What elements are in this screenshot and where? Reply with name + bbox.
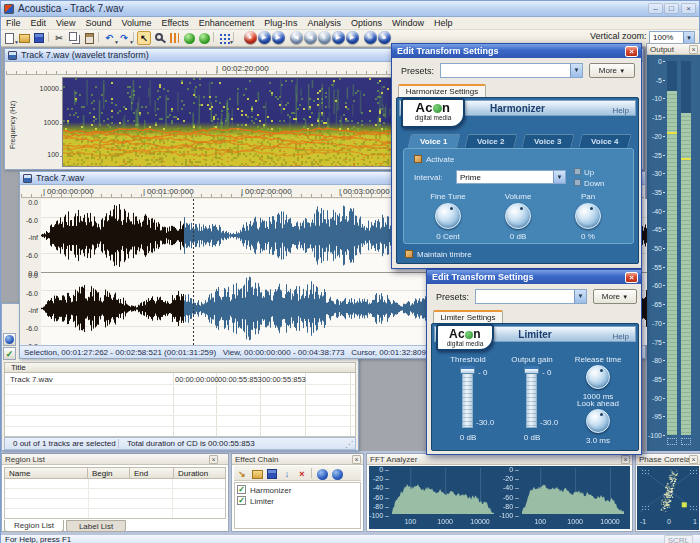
go-start-button[interactable]: ◀ bbox=[290, 31, 303, 44]
help-link[interactable]: Help bbox=[613, 329, 629, 345]
app-titlebar[interactable]: Acoustica - Track 7.wav – □ × bbox=[1, 1, 699, 17]
chevron-down-icon[interactable]: ▼ bbox=[574, 290, 586, 303]
track-title-cell[interactable]: Track 7.wav bbox=[10, 376, 53, 384]
output-gain-slider[interactable] bbox=[526, 368, 537, 428]
close-icon[interactable]: × bbox=[625, 272, 638, 283]
grid-view-icon[interactable]: ▼ bbox=[217, 31, 231, 45]
close-icon[interactable]: × bbox=[352, 455, 361, 464]
move-down-icon[interactable]: ↓ bbox=[280, 467, 294, 481]
go-end-button[interactable]: ▶ bbox=[346, 31, 359, 44]
maximize-button[interactable]: □ bbox=[664, 3, 679, 14]
apply-check-button[interactable]: ✓ bbox=[3, 347, 16, 360]
region-column-end[interactable]: End bbox=[130, 467, 174, 479]
copy-icon[interactable] bbox=[67, 31, 81, 45]
effect-chain-list[interactable]: ✓Harmonizer✓Limiter bbox=[234, 482, 361, 529]
region-column-name[interactable]: Name bbox=[4, 467, 88, 479]
tab-voice-4[interactable]: Voice 4 bbox=[578, 134, 631, 148]
fine-tune-knob[interactable] bbox=[435, 203, 461, 229]
open-file-icon[interactable] bbox=[17, 31, 31, 45]
maintain-timbre-checkbox[interactable] bbox=[405, 250, 413, 258]
menu-item-plugins[interactable]: Plug-Ins bbox=[259, 17, 302, 30]
loop-button[interactable]: ∞ bbox=[364, 31, 377, 44]
delete-icon[interactable]: × bbox=[295, 467, 309, 481]
menu-item-volume[interactable]: Volume bbox=[116, 17, 156, 30]
effect-chain-title[interactable]: Effect Chain bbox=[232, 454, 363, 465]
track-time-cell[interactable]: 00:00:55:853 bbox=[218, 376, 260, 384]
presets-combo[interactable]: ▼ bbox=[475, 289, 587, 304]
close-icon[interactable]: × bbox=[625, 46, 638, 57]
play-all-button[interactable]: ▶ bbox=[272, 31, 285, 44]
close-icon[interactable]: × bbox=[621, 455, 630, 464]
close-icon[interactable]: × bbox=[209, 455, 218, 464]
presets-combo[interactable]: ▼ bbox=[440, 63, 583, 78]
burn-cd-button[interactable] bbox=[3, 333, 16, 346]
record-button[interactable]: ● bbox=[244, 31, 257, 44]
new-file-icon[interactable]: ▼ bbox=[2, 31, 16, 45]
rewind-button[interactable]: ◀ bbox=[304, 31, 317, 44]
release-time-knob[interactable] bbox=[586, 365, 610, 389]
paste-icon[interactable] bbox=[82, 31, 96, 45]
menu-item-window[interactable]: Window bbox=[387, 17, 429, 30]
close-icon[interactable]: × bbox=[689, 45, 698, 54]
more-button[interactable]: More ▼ bbox=[593, 289, 637, 304]
play-button[interactable]: ▶ bbox=[258, 31, 271, 44]
tab-voice-1[interactable]: Voice 1 bbox=[407, 134, 460, 148]
redo-icon[interactable]: ↷▼ bbox=[117, 31, 131, 45]
effect-checkbox[interactable]: ✓ bbox=[237, 485, 246, 494]
tab-voice-2[interactable]: Voice 2 bbox=[464, 134, 517, 148]
region-column-begin[interactable]: Begin bbox=[88, 467, 130, 479]
close-icon[interactable]: × bbox=[689, 455, 698, 464]
look-ahead-knob[interactable] bbox=[586, 409, 610, 433]
track-time-cell[interactable]: 00:00:55:853 bbox=[262, 376, 305, 384]
stop-button[interactable]: ■ bbox=[378, 31, 391, 44]
harmonizer-dialog-titlebar[interactable]: Edit Transform Settings bbox=[392, 44, 641, 58]
bypass-icon[interactable] bbox=[330, 467, 344, 481]
fft-analyzer-title[interactable]: FFT Analyzer bbox=[367, 454, 632, 465]
limiter-dialog-titlebar[interactable]: Edit Transform Settings bbox=[427, 270, 641, 284]
scrub-tool-icon[interactable] bbox=[167, 31, 181, 45]
activate-checkbox[interactable] bbox=[414, 155, 422, 163]
menu-item-enhancement[interactable]: Enhancement bbox=[194, 17, 260, 30]
tab-region-list[interactable]: Region List bbox=[4, 520, 64, 532]
select-icon[interactable]: ↘ bbox=[235, 467, 249, 481]
clip-indicator[interactable] bbox=[681, 438, 691, 445]
output-gain-slider-handle[interactable] bbox=[524, 366, 539, 374]
help-link[interactable]: Help bbox=[613, 103, 629, 119]
down-checkbox[interactable] bbox=[574, 179, 581, 186]
chevron-down-icon[interactable]: ▼ bbox=[553, 171, 565, 183]
tab-label-list[interactable]: Label List bbox=[66, 520, 126, 532]
cut-icon[interactable]: ✂ bbox=[52, 31, 66, 45]
volume-knob[interactable] bbox=[505, 203, 531, 229]
save-icon[interactable] bbox=[265, 467, 279, 481]
zoom-selection-icon[interactable] bbox=[182, 31, 196, 45]
region-column-duration[interactable]: Duration bbox=[174, 467, 226, 479]
zoom-full-icon[interactable] bbox=[197, 31, 211, 45]
open-icon[interactable] bbox=[250, 467, 264, 481]
menu-item-edit[interactable]: Edit bbox=[26, 17, 52, 30]
tracklist-column-title[interactable]: Title bbox=[5, 363, 26, 372]
tab-harmonizer-settings[interactable]: Harmonizer Settings bbox=[398, 84, 486, 97]
more-button[interactable]: More ▼ bbox=[589, 63, 635, 78]
menu-item-options[interactable]: Options bbox=[346, 17, 387, 30]
menu-item-view[interactable]: View bbox=[51, 17, 80, 30]
track-time-cell[interactable]: 00:00:00:000 bbox=[175, 376, 217, 384]
menu-item-help[interactable]: Help bbox=[429, 17, 458, 30]
pan-knob[interactable] bbox=[575, 203, 601, 229]
region-list-title[interactable]: Region List bbox=[2, 454, 228, 465]
region-table-body[interactable] bbox=[4, 479, 226, 519]
up-checkbox[interactable] bbox=[574, 168, 581, 175]
tracklist-grid[interactable]: Track 7.wav00:00:00:00000:00:55:85300:00… bbox=[4, 373, 356, 437]
zoom-tool-icon[interactable] bbox=[152, 31, 166, 45]
threshold-slider[interactable] bbox=[462, 368, 473, 428]
select-tool-icon[interactable]: ↖ bbox=[137, 31, 151, 45]
menu-item-sound[interactable]: Sound bbox=[80, 17, 116, 30]
minimize-button[interactable]: – bbox=[648, 3, 663, 14]
threshold-slider-handle[interactable] bbox=[460, 366, 475, 374]
pause-button[interactable]: ‖ bbox=[318, 31, 331, 44]
effect-checkbox[interactable]: ✓ bbox=[237, 496, 246, 505]
preview-icon[interactable] bbox=[315, 467, 329, 481]
save-icon[interactable] bbox=[32, 31, 46, 45]
tab-limiter-settings[interactable]: Limiter Settings bbox=[433, 310, 503, 323]
interval-combo[interactable]: Prime▼ bbox=[456, 170, 566, 184]
menu-item-file[interactable]: File bbox=[1, 17, 26, 30]
